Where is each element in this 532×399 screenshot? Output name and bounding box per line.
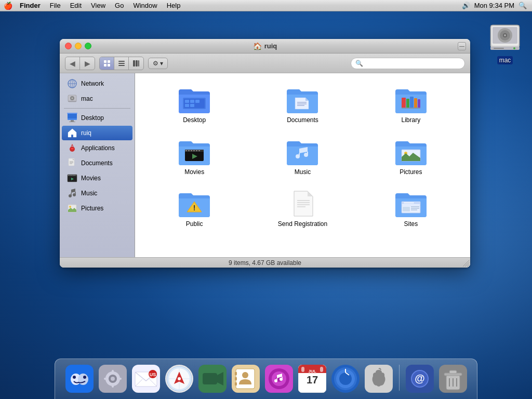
sidebar-docs-label: Documents: [81, 159, 113, 167]
sidebar-item-applications[interactable]: Applications: [62, 141, 132, 155]
list-view-button[interactable]: [114, 57, 129, 70]
dock-finder[interactable]: [64, 364, 95, 394]
dock-facetime[interactable]: [197, 364, 228, 394]
dock-system-prefs[interactable]: [98, 364, 128, 394]
spotlight-icon[interactable]: 🔍: [518, 2, 527, 9]
sidebar-apps-label: Applications: [81, 144, 115, 152]
desktop-hd-icon[interactable]: mac: [488, 21, 522, 64]
folder-documents-icon: [286, 85, 319, 114]
menu-help[interactable]: Help: [163, 1, 185, 10]
svg-point-124: [178, 377, 181, 380]
svg-rect-70: [185, 150, 187, 151]
sidebar-hd-icon: [67, 94, 77, 104]
titlebar: 🏠 ruiq —: [60, 39, 470, 54]
file-label-sites: Sites: [404, 220, 418, 228]
svg-text:@: @: [415, 373, 425, 384]
svg-line-99: [467, 264, 469, 267]
sidebar-movies-label: Movies: [81, 175, 101, 182]
svg-rect-16: [118, 65, 125, 66]
file-item-music[interactable]: Music: [251, 133, 354, 180]
sidebar-item-pictures[interactable]: Pictures: [62, 201, 132, 216]
icon-view-button[interactable]: [100, 57, 114, 70]
svg-rect-112: [118, 378, 122, 380]
minimize-button[interactable]: [75, 43, 82, 49]
svg-rect-30: [67, 113, 77, 114]
file-item-pictures[interactable]: Pictures: [360, 133, 462, 180]
menubar: 🍎 Finder File Edit View Go Window Help 🔊…: [0, 0, 532, 11]
itunes-icon-svg: [265, 365, 293, 393]
menu-view[interactable]: View: [87, 1, 110, 10]
svg-rect-71: [188, 150, 190, 151]
search-box[interactable]: 🔍: [351, 58, 465, 69]
dock-ical[interactable]: 17 JUL: [297, 364, 327, 394]
file-grid: Desktop Documents: [135, 73, 470, 267]
svg-rect-8: [494, 48, 504, 49]
dock-system[interactable]: [364, 364, 394, 394]
file-item-library[interactable]: Library: [360, 81, 462, 128]
dock-address-book[interactable]: [231, 364, 261, 394]
svg-text:!: !: [193, 204, 196, 212]
svg-point-103: [73, 376, 76, 379]
svg-point-9: [513, 47, 515, 49]
close-button[interactable]: [65, 43, 72, 49]
dock-quicktime[interactable]: [330, 364, 361, 394]
system-prefs-icon-svg: [99, 365, 127, 393]
maximize-button[interactable]: [85, 43, 91, 49]
menu-window[interactable]: Window: [129, 1, 161, 10]
sidebar-item-desktop[interactable]: Desktop: [62, 111, 132, 125]
dock-trash[interactable]: [438, 364, 468, 394]
svg-rect-29: [68, 113, 77, 118]
svg-point-104: [83, 376, 86, 379]
menu-finder[interactable]: Finder: [16, 1, 45, 10]
sidebar-apps-icon: [67, 143, 77, 153]
file-item-sites[interactable]: Sites: [360, 185, 462, 232]
dock-mail-right[interactable]: @: [405, 364, 435, 394]
sidebar-item-music[interactable]: Music: [62, 186, 132, 201]
sidebar-item-network[interactable]: Network: [62, 76, 132, 91]
svg-rect-42: [71, 175, 72, 176]
apple-menu[interactable]: 🍎: [0, 2, 16, 10]
sidebar-item-documents[interactable]: Documents: [62, 156, 132, 170]
svg-rect-65: [414, 98, 417, 108]
file-label-send-reg: Send Registration: [278, 220, 327, 228]
svg-rect-57: [185, 104, 189, 107]
menu-go[interactable]: Go: [111, 1, 128, 10]
search-input[interactable]: [366, 60, 460, 67]
menu-file[interactable]: File: [46, 1, 65, 10]
sidebar-item-ruiq[interactable]: ruiq: [62, 126, 132, 140]
folder-desktop-icon: [178, 85, 211, 114]
svg-rect-63: [406, 99, 409, 108]
action-button[interactable]: ⚙ ▾: [148, 58, 168, 69]
sidebar-item-movies[interactable]: Movies: [62, 171, 132, 185]
folder-public-icon: !: [178, 189, 211, 218]
column-view-button[interactable]: [129, 57, 143, 70]
file-item-desktop[interactable]: Desktop: [143, 81, 246, 128]
folder-movies-icon: [178, 137, 211, 166]
svg-rect-14: [118, 61, 125, 62]
file-item-documents[interactable]: Documents: [251, 81, 354, 128]
dock-safari[interactable]: [164, 364, 194, 394]
sidebar-pictures-label: Pictures: [81, 205, 103, 212]
svg-rect-13: [108, 64, 110, 66]
statusbar: 9 items, 4.67 GB available: [60, 257, 470, 268]
file-item-public[interactable]: ! Public: [143, 185, 246, 232]
file-item-send-registration[interactable]: Send Registration: [251, 185, 354, 232]
dock-itunes[interactable]: [264, 364, 294, 394]
volume-icon[interactable]: 🔊: [462, 2, 470, 9]
dock-main-items: US: [58, 364, 474, 397]
forward-button[interactable]: ▶: [80, 57, 95, 70]
dock-mail[interactable]: US: [131, 364, 161, 394]
svg-rect-15: [118, 63, 125, 64]
folder-music-icon: [286, 137, 319, 166]
svg-rect-146: [320, 367, 323, 372]
file-label-public: Public: [186, 220, 203, 228]
resize-handle[interactable]: [462, 259, 470, 268]
folder-pictures-icon: [394, 137, 428, 166]
back-button[interactable]: ◀: [65, 57, 80, 70]
window-shade-button[interactable]: —: [458, 42, 466, 50]
sidebar-item-mac[interactable]: mac: [62, 91, 132, 106]
svg-rect-19: [138, 60, 139, 66]
file-item-movies[interactable]: Movies: [143, 133, 246, 180]
menu-edit[interactable]: Edit: [66, 1, 86, 10]
svg-point-108: [111, 377, 115, 381]
